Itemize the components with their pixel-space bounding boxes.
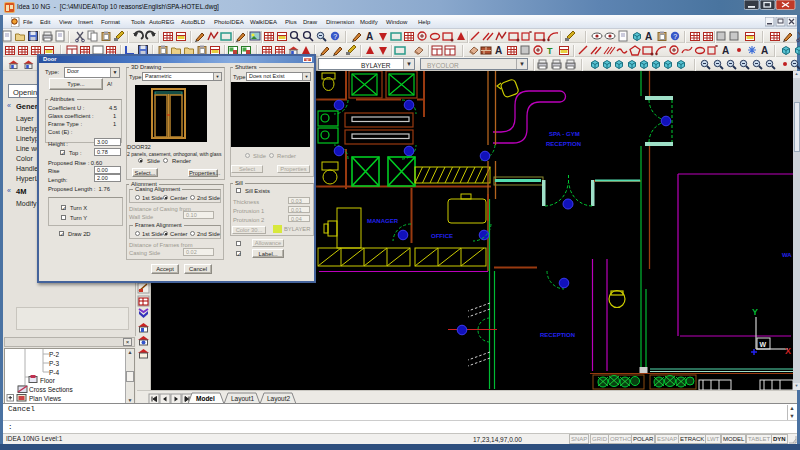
svg-text:Layout1: Layout1	[231, 395, 255, 403]
svg-text:SPA - GYM: SPA - GYM	[549, 131, 580, 137]
svg-text:RECEPTION: RECEPTION	[546, 141, 581, 147]
svg-text:Plan Views: Plan Views	[29, 395, 62, 402]
svg-text:OFFICE: OFFICE	[431, 233, 453, 239]
svg-text:MANAGER: MANAGER	[367, 218, 399, 224]
svg-text:P-4: P-4	[49, 369, 60, 376]
svg-text:Model: Model	[196, 395, 215, 402]
svg-text:W: W	[760, 341, 767, 348]
svg-text:P-2: P-2	[49, 351, 60, 358]
svg-text:X: X	[785, 346, 791, 356]
svg-text:Layout2: Layout2	[267, 395, 291, 403]
svg-text:RECEPTION: RECEPTION	[540, 332, 575, 338]
svg-text:Cross Sections: Cross Sections	[29, 386, 73, 393]
svg-text:Floor: Floor	[40, 377, 56, 384]
svg-text:P-3: P-3	[49, 360, 60, 367]
svg-text:WA: WA	[782, 252, 792, 258]
svg-text:Y: Y	[752, 307, 758, 317]
